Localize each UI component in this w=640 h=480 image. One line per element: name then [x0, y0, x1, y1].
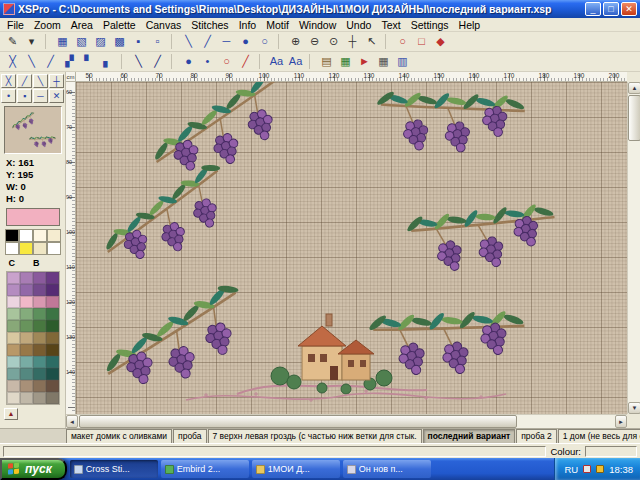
circle-outline-tool[interactable]: ○ — [217, 53, 236, 70]
menu-settings[interactable]: Settings — [406, 19, 454, 31]
tab-1[interactable]: проба — [173, 429, 206, 443]
half-cross-fwd[interactable]: ╱ — [41, 53, 60, 70]
palette-color-19[interactable] — [46, 320, 59, 332]
quick-color-7[interactable] — [47, 242, 61, 255]
tab-3[interactable]: последний вариант — [423, 429, 516, 443]
menu-file[interactable]: File — [2, 19, 29, 31]
minimize-button[interactable]: _ — [585, 2, 601, 16]
select-tool[interactable]: ↖ — [362, 33, 381, 50]
fill-tool[interactable]: ◆ — [431, 33, 450, 50]
bead-tool[interactable]: ○ — [255, 33, 274, 50]
palette-color-8[interactable] — [7, 296, 20, 308]
sb-knot[interactable]: • — [1, 89, 16, 103]
quick-color-5[interactable] — [19, 242, 33, 255]
palette-color-6[interactable] — [33, 284, 46, 296]
french-knot[interactable]: ● — [236, 33, 255, 50]
tab-4[interactable]: проба 2 — [516, 429, 557, 443]
quick-color-4[interactable] — [5, 242, 19, 255]
menu-motif[interactable]: Motif — [261, 19, 294, 31]
taskbar-task-2[interactable]: 1МОИ Д... — [252, 460, 340, 478]
palette-color-28[interactable] — [7, 356, 20, 368]
palette-color-16[interactable] — [7, 320, 20, 332]
outline-block-mode[interactable]: ▫ — [148, 33, 167, 50]
full-stitch-mode[interactable]: ▦ — [53, 33, 72, 50]
half-stitch-mode[interactable]: ▧ — [72, 33, 91, 50]
palette-color-20[interactable] — [7, 332, 20, 344]
palette-color-38[interactable] — [33, 380, 46, 392]
taskbar-task-0[interactable]: Cross Sti... — [70, 460, 158, 478]
menu-zoom[interactable]: Zoom — [29, 19, 66, 31]
quarter-stitch-mode[interactable]: ▨ — [91, 33, 110, 50]
quarter-stitch[interactable]: ▘ — [79, 53, 98, 70]
solid-block-mode[interactable]: ▪ — [129, 33, 148, 50]
quick-color-3[interactable] — [47, 229, 61, 242]
straight-stitch[interactable]: ─ — [217, 33, 236, 50]
diagonal-red-tool[interactable]: ╱ — [236, 53, 255, 70]
palette-color-36[interactable] — [7, 380, 20, 392]
palette-color-30[interactable] — [33, 356, 46, 368]
palette-color-2[interactable] — [33, 272, 46, 284]
sb-plus-stitch[interactable]: ┼ — [49, 74, 64, 88]
palette-color-34[interactable] — [33, 368, 46, 380]
ellipse-tool[interactable]: ○ — [393, 33, 412, 50]
color-grid-tool[interactable]: ▦ — [336, 53, 355, 70]
palette-color-27[interactable] — [46, 344, 59, 356]
menu-palette[interactable]: Palette — [98, 19, 141, 31]
menu-help[interactable]: Help — [454, 19, 486, 31]
palette-color-18[interactable] — [33, 320, 46, 332]
layer-tool[interactable]: ▥ — [393, 53, 412, 70]
palette-color-22[interactable] — [33, 332, 46, 344]
text-latin-tool[interactable]: Aa — [267, 53, 286, 70]
sb-full-cross[interactable]: ╳ — [1, 74, 16, 88]
taskbar-task-1[interactable]: Embird 2... — [161, 460, 249, 478]
horizontal-scrollbar[interactable]: ◄ ► — [66, 414, 627, 428]
palette-color-1[interactable] — [20, 272, 33, 284]
palette-color-41[interactable] — [20, 392, 33, 404]
scroll-right-button[interactable]: ► — [615, 415, 627, 428]
palette-color-13[interactable] — [20, 308, 33, 320]
palette-color-32[interactable] — [7, 368, 20, 380]
motif-preview[interactable] — [4, 106, 62, 154]
menu-info[interactable]: Info — [234, 19, 262, 31]
palette-color-3[interactable] — [46, 272, 59, 284]
palette-color-12[interactable] — [7, 308, 20, 320]
tab-2[interactable]: 7 верхн левая гроздь (с частью ниж ветки… — [208, 429, 422, 443]
palette-color-15[interactable] — [46, 308, 59, 320]
pencil-dropdown[interactable]: ▾ — [22, 33, 41, 50]
longstitch-tool[interactable]: ╱ — [148, 53, 167, 70]
language-indicator[interactable]: RU — [564, 464, 578, 475]
palette-color-24[interactable] — [7, 344, 20, 356]
petite-stitch[interactable]: ▖ — [98, 53, 117, 70]
tray-volume-icon[interactable] — [596, 465, 604, 473]
small-knot-tool[interactable]: • — [198, 53, 217, 70]
current-color-swatch[interactable] — [6, 208, 60, 226]
taskbar-task-3[interactable]: Он нов п... — [343, 460, 431, 478]
quick-color-6[interactable] — [33, 242, 47, 255]
pan-tool[interactable]: ┼ — [343, 33, 362, 50]
sb-half-cross[interactable]: ╱ — [17, 74, 32, 88]
palette-color-14[interactable] — [33, 308, 46, 320]
menu-stitches[interactable]: Stitches — [186, 19, 233, 31]
palette-color-42[interactable] — [33, 392, 46, 404]
palette-color-25[interactable] — [20, 344, 33, 356]
text-cyrillic-tool[interactable]: Аа — [286, 53, 305, 70]
palette-color-31[interactable] — [46, 356, 59, 368]
tray-app-icon[interactable] — [583, 465, 591, 473]
scroll-down-button[interactable]: ▼ — [628, 402, 640, 414]
pencil-tool[interactable]: ✎ — [3, 33, 22, 50]
palette-color-33[interactable] — [20, 368, 33, 380]
column-c-header[interactable]: C — [9, 258, 16, 268]
column-b-header[interactable]: B — [33, 258, 40, 268]
palette-color-21[interactable] — [20, 332, 33, 344]
palette-color-0[interactable] — [7, 272, 20, 284]
backstitch-right[interactable]: ╱ — [198, 33, 217, 50]
motif-tool[interactable]: ► — [355, 53, 374, 70]
palette-color-11[interactable] — [46, 296, 59, 308]
sb-block[interactable]: ▪ — [17, 89, 32, 103]
sb-backstitch[interactable]: ╲ — [33, 74, 48, 88]
design-canvas[interactable] — [76, 82, 627, 414]
tab-5[interactable]: 1 дом (не весь для стыковки) — [558, 429, 640, 443]
palette-color-40[interactable] — [7, 392, 20, 404]
menu-undo[interactable]: Undo — [341, 19, 376, 31]
sb-cross2[interactable]: ✕ — [49, 89, 64, 103]
